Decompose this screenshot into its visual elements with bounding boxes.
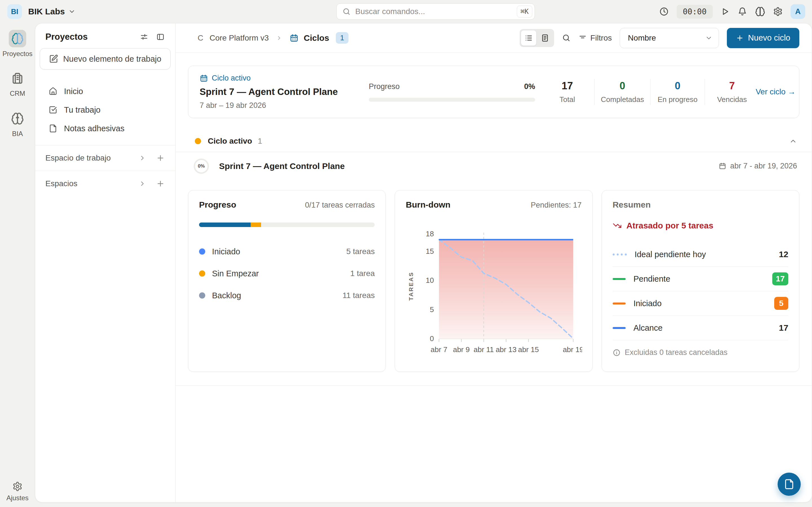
user-avatar[interactable]: A: [791, 4, 805, 19]
sidebar-item-label: Notas adhesivas: [64, 124, 124, 133]
svg-text:0: 0: [430, 334, 434, 343]
burndown-chart: 05101518abr 7abr 9abr 11abr 13abr 15abr …: [406, 212, 582, 356]
workspace-logo[interactable]: BI: [7, 4, 22, 19]
rail-item-bia[interactable]: BIA: [9, 110, 26, 138]
progress-segment-unstarted: [251, 223, 261, 227]
sidebar-section-espacio-de-trabajo[interactable]: Espacio de trabajo: [35, 145, 175, 171]
sort-select[interactable]: Nombre: [620, 28, 719, 48]
search-icon: [342, 7, 351, 16]
active-cycle-card[interactable]: Ciclo activo Sprint 7 — Agent Control Pl…: [188, 66, 799, 118]
card-title: Burn-down: [406, 200, 530, 210]
check-square-icon: [49, 106, 57, 114]
new-work-item-button[interactable]: Nuevo elemento de trabajo: [40, 48, 170, 69]
plus-icon[interactable]: [156, 154, 165, 162]
search-shortcut-badge: ⌘K: [517, 6, 532, 17]
chevron-right-icon[interactable]: [139, 180, 146, 187]
group-label: Ciclo activo: [208, 136, 252, 146]
chevron-up-icon[interactable]: [789, 137, 797, 145]
project-initial[interactable]: C: [198, 34, 203, 43]
cycle-group-header: Ciclo activo 1: [175, 130, 812, 152]
summary-card: Resumen Atrasado por 5 tareas Ideal pend…: [602, 190, 799, 372]
panel-left-icon[interactable]: [156, 33, 165, 41]
stat-label: Vencidas: [711, 95, 753, 104]
play-icon[interactable]: [721, 7, 730, 16]
legend-value: 11 tareas: [343, 291, 375, 300]
plus-icon: [736, 34, 744, 42]
legend-row: Backlog 11 tareas: [199, 284, 375, 306]
cycle-detail-cards: Progreso 0/17 tareas cerradas Iniciado 5…: [188, 190, 799, 372]
svg-text:5: 5: [430, 305, 434, 314]
rail-item-crm[interactable]: CRM: [9, 69, 26, 98]
legend-row: Sin Empezar 1 tarea: [199, 263, 375, 284]
stat-label: Total: [546, 95, 588, 104]
trending-down-icon: [613, 221, 622, 230]
legend-dot: [199, 292, 205, 298]
svg-text:abr 19: abr 19: [563, 345, 582, 354]
home-icon: [49, 87, 57, 96]
workspace-chevron-down-icon[interactable]: [68, 8, 75, 15]
assistant-brain-icon[interactable]: [755, 6, 765, 17]
stat-completed-value: 0: [601, 80, 644, 92]
progress-card: Progreso 0/17 tareas cerradas Iniciado 5…: [188, 190, 386, 372]
summary-row: Ideal pendiente hoy 12: [613, 242, 788, 267]
settings-gear-icon[interactable]: [773, 7, 783, 16]
card-title: Resumen: [613, 200, 788, 210]
sidebar-item-notas-adhesivas[interactable]: Notas adhesivas: [35, 119, 175, 138]
sliders-icon[interactable]: [140, 33, 148, 41]
list-view-toggle[interactable]: [521, 31, 536, 46]
progress-percent: 0%: [524, 82, 535, 91]
section-label: Espacios: [45, 179, 129, 188]
filters-button[interactable]: Filtros: [578, 34, 612, 43]
sort-value: Nombre: [628, 34, 705, 43]
info-icon: [613, 349, 620, 356]
topbar-actions: 00:00 A: [659, 0, 805, 23]
progress-segment-started: [199, 223, 251, 227]
stat-label: Completadas: [601, 95, 644, 104]
clock-icon[interactable]: [659, 7, 669, 16]
search-input[interactable]: [355, 7, 517, 16]
active-group-dot: [195, 138, 201, 144]
closed-tasks-summary: 0/17 tareas cerradas: [305, 201, 375, 210]
rail-item-proyectos[interactable]: Proyectos: [3, 30, 33, 58]
new-cycle-button[interactable]: Nuevo ciclo: [727, 28, 799, 48]
timer-value: 00:00: [677, 5, 713, 18]
stat-overdue-value: 7: [711, 80, 753, 92]
notifications-bell-icon[interactable]: [738, 7, 747, 16]
progress-bar-track: [199, 223, 375, 227]
plus-icon[interactable]: [156, 179, 165, 188]
sidebar-item-tu-trabajo[interactable]: Tu trabajo: [35, 101, 175, 119]
svg-text:TAREAS: TAREAS: [408, 272, 414, 301]
new-document-fab[interactable]: [777, 473, 801, 496]
detail-view-toggle[interactable]: [538, 31, 553, 46]
page-header: C Core Platform v3 Ciclos 1: [175, 23, 812, 53]
summary-badge: 17: [772, 272, 788, 285]
settings-gear-icon: [12, 482, 22, 492]
ideal-line-swatch: [613, 253, 627, 256]
breadcrumb-project[interactable]: Core Platform v3: [209, 34, 269, 43]
workspace-name[interactable]: BIK Labs: [28, 7, 65, 16]
stat-in-progress-value: 0: [657, 80, 698, 92]
view-cycle-link[interactable]: Ver ciclo →: [756, 87, 796, 96]
cycle-row-title: Sprint 7 — Agent Control Plane: [219, 161, 345, 171]
new-work-item-label: Nuevo elemento de trabajo: [63, 54, 161, 64]
rail-item-ajustes[interactable]: Ajustes: [6, 482, 29, 502]
projects-sidebar: Proyectos Nuevo elemento de trabajo: [35, 23, 175, 502]
pending-line-swatch: [613, 278, 626, 280]
cycle-row[interactable]: 0% Sprint 7 — Agent Control Plane abr 7 …: [175, 152, 812, 180]
sidebar-item-inicio[interactable]: Inicio: [35, 82, 175, 101]
cycle-progress-ring: 0%: [194, 159, 209, 174]
legend-dot: [199, 248, 205, 255]
svg-text:abr 15: abr 15: [518, 345, 539, 354]
group-count: 1: [258, 136, 262, 146]
filter-lines-icon: [578, 34, 587, 42]
command-search[interactable]: ⌘K: [336, 3, 535, 20]
chevron-right-icon[interactable]: [139, 154, 146, 162]
proyectos-brain-logo-icon: [9, 30, 26, 47]
legend-dot: [199, 270, 205, 277]
burndown-card: Burn-down Pendientes: 17 05101518abr 7ab…: [395, 190, 592, 372]
cycle-date-range: 7 abr – 19 abr 2026: [200, 101, 369, 110]
search-icon[interactable]: [562, 34, 571, 42]
new-cycle-label: Nuevo ciclo: [748, 33, 790, 43]
alert-text: Atrasado por 5 tareas: [626, 221, 713, 230]
sidebar-section-espacios[interactable]: Espacios: [35, 171, 175, 196]
